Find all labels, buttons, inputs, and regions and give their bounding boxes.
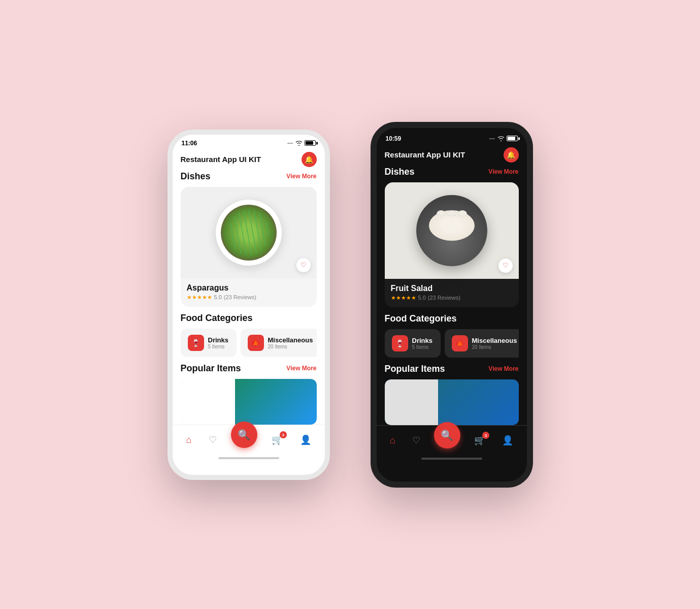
profile-icon-dark: 👤 bbox=[502, 435, 513, 446]
bottom-nav-dark: ⌂ ♡ 🔍 🛒 3 👤 bbox=[377, 425, 527, 456]
popular-section-dark: Popular Items View More bbox=[385, 364, 519, 425]
nav-cart-light[interactable]: 🛒 3 bbox=[269, 431, 286, 448]
dish-info-light: Asparagus ★★★★★ 5.0 (23 Reviews) bbox=[181, 278, 317, 307]
home-icon-light: ⌂ bbox=[186, 435, 191, 445]
bottom-nav-light: ⌂ ♡ 🔍 🛒 3 👤 bbox=[173, 425, 325, 455]
dish-rating-dark: ★★★★★ 5.0 (23 Reviews) bbox=[391, 295, 513, 301]
nav-home-dark[interactable]: ⌂ bbox=[387, 432, 398, 449]
search-fab-icon-light: 🔍 bbox=[238, 429, 250, 441]
popular-title-dark: Popular Items bbox=[385, 364, 445, 374]
misc-name-light: Miscellaneous bbox=[268, 336, 313, 344]
signal-dots-icon-dark bbox=[489, 135, 495, 142]
drinks-count-dark: 5 Items bbox=[412, 344, 432, 350]
home-icon-dark: ⌂ bbox=[390, 435, 395, 446]
misc-icon-dark: 🍁 bbox=[452, 335, 468, 351]
misc-count-dark: 20 Items bbox=[472, 344, 517, 350]
category-drinks-light[interactable]: 🍷 Drinks 5 Items bbox=[181, 329, 237, 357]
dish-favorite-button-light[interactable]: ♡ bbox=[296, 258, 311, 272]
time-dark: 10:59 bbox=[386, 135, 402, 142]
categories-row-dark: 🍷 Drinks 5 Items 🍁 Miscellaneous 20 Item… bbox=[385, 329, 519, 358]
popular-preview-dark bbox=[385, 379, 519, 425]
nav-profile-light[interactable]: 👤 bbox=[297, 431, 314, 448]
popular-title-light: Popular Items bbox=[181, 363, 241, 374]
status-bar-light: 11:06 bbox=[173, 135, 325, 149]
dish-score-dark: 5.0 bbox=[418, 295, 426, 301]
drinks-name-light: Drinks bbox=[208, 336, 228, 344]
search-fab-dark[interactable]: 🔍 bbox=[434, 422, 460, 448]
popular-white-bar-dark bbox=[385, 379, 439, 425]
time-light: 11:06 bbox=[182, 140, 197, 147]
cart-badge-light: 🛒 3 bbox=[272, 434, 283, 445]
nav-cart-dark[interactable]: 🛒 3 bbox=[471, 432, 488, 449]
dish-reviews-light: (23 Reviews) bbox=[224, 294, 256, 300]
dish-favorite-button-dark[interactable]: ♡ bbox=[498, 259, 513, 273]
dish-stars-light: ★★★★★ bbox=[187, 294, 212, 301]
misc-name-dark: Miscellaneous bbox=[472, 337, 517, 344]
battery-icon-dark bbox=[507, 136, 518, 141]
notch-dark bbox=[421, 128, 482, 142]
dish-info-dark: Fruit Salad ★★★★★ 5.0 (23 Reviews) bbox=[385, 279, 519, 307]
drinks-icon-dark: 🍷 bbox=[392, 335, 408, 351]
profile-icon-light: 👤 bbox=[300, 434, 311, 445]
misc-count-light: 20 Items bbox=[268, 344, 313, 349]
nav-heart-dark[interactable]: ♡ bbox=[409, 432, 423, 449]
popular-view-more-light[interactable]: View More bbox=[286, 365, 316, 372]
app-header-dark: Restaurant App UI KIT 🔔 bbox=[377, 144, 527, 167]
search-fab-light[interactable]: 🔍 bbox=[231, 422, 257, 448]
dish-card-dark[interactable]: ♡ Fruit Salad ★★★★★ 5.0 (23 Reviews) bbox=[385, 182, 519, 307]
category-drinks-dark[interactable]: 🍷 Drinks 5 Items bbox=[385, 329, 441, 358]
dumpling-bowl bbox=[416, 195, 487, 266]
dish-stars-dark: ★★★★★ bbox=[391, 295, 416, 301]
status-icons-light bbox=[287, 140, 315, 147]
cart-badge-dark: 🛒 3 bbox=[474, 435, 485, 446]
category-misc-light[interactable]: 🍁 Miscellaneous 20 Items bbox=[241, 329, 317, 357]
drinks-info-light: Drinks 5 Items bbox=[208, 336, 228, 349]
dishes-header-dark: Dishes View More bbox=[385, 167, 519, 177]
drinks-info-dark: Drinks 5 Items bbox=[412, 337, 432, 350]
dark-phone: 10:59 Restaurant App UI KIT 🔔 Dishes Vie… bbox=[371, 122, 533, 488]
cart-badge-count-light: 3 bbox=[280, 431, 287, 438]
notification-button-dark[interactable]: 🔔 bbox=[504, 147, 519, 163]
asparagus-visual bbox=[221, 205, 277, 261]
categories-row-light: 🍷 Drinks 5 Items 🍁 Miscellaneous 20 Item… bbox=[181, 329, 317, 357]
misc-info-dark: Miscellaneous 20 Items bbox=[472, 337, 517, 350]
category-misc-dark[interactable]: 🍁 Miscellaneous 20 Items bbox=[445, 329, 519, 358]
dish-image-light: ♡ bbox=[181, 187, 317, 278]
drinks-icon-light: 🍷 bbox=[188, 335, 204, 351]
app-main-light: Dishes View More ♡ Asparagus ★★★★★ 5.0 (… bbox=[173, 171, 325, 425]
dishes-view-more-dark[interactable]: View More bbox=[488, 168, 518, 175]
nav-profile-dark[interactable]: 👤 bbox=[499, 432, 516, 449]
app-main-dark: Dishes View More ♡ Fruit Salad bbox=[377, 167, 527, 425]
categories-header-light: Food Categories bbox=[181, 313, 317, 324]
signal-dots-icon bbox=[287, 140, 293, 147]
drinks-count-light: 5 Items bbox=[208, 344, 228, 349]
nav-heart-light[interactable]: ♡ bbox=[206, 431, 220, 448]
app-header-light: Restaurant App UI KIT 🔔 bbox=[173, 149, 325, 171]
nav-home-light[interactable]: ⌂ bbox=[183, 432, 194, 448]
dish-card-light[interactable]: ♡ Asparagus ★★★★★ 5.0 (23 Reviews) bbox=[181, 187, 317, 307]
categories-section-light: Food Categories 🍷 Drinks 5 Items 🍁 Misce… bbox=[181, 313, 317, 357]
dishes-view-more-light[interactable]: View More bbox=[286, 173, 316, 180]
dish-name-dark: Fruit Salad bbox=[391, 284, 513, 293]
dishes-title-light: Dishes bbox=[181, 171, 211, 182]
food-plate-light bbox=[216, 200, 282, 266]
heart-icon-dark: ♡ bbox=[412, 435, 420, 446]
dish-name-light: Asparagus bbox=[187, 283, 311, 293]
heart-icon-light: ♡ bbox=[209, 434, 217, 445]
popular-view-more-dark[interactable]: View More bbox=[488, 365, 518, 372]
app-title-dark: Restaurant App UI KIT bbox=[385, 150, 465, 159]
dish-rating-light: ★★★★★ 5.0 (23 Reviews) bbox=[187, 294, 311, 301]
dish-score-light: 5.0 bbox=[214, 294, 222, 300]
home-indicator-dark bbox=[421, 458, 482, 460]
popular-preview-light bbox=[181, 379, 317, 425]
wifi-icon-dark bbox=[497, 136, 505, 141]
dishes-title-dark: Dishes bbox=[385, 167, 415, 177]
popular-header-light: Popular Items View More bbox=[181, 363, 317, 374]
cart-badge-count-dark: 3 bbox=[482, 432, 489, 439]
misc-icon-light: 🍁 bbox=[248, 335, 264, 351]
popular-preview-inner-light bbox=[181, 379, 317, 425]
popular-white-bar-light bbox=[181, 379, 235, 425]
status-icons-dark bbox=[489, 135, 517, 142]
notification-button-light[interactable]: 🔔 bbox=[302, 152, 317, 167]
wifi-icon bbox=[295, 141, 303, 146]
